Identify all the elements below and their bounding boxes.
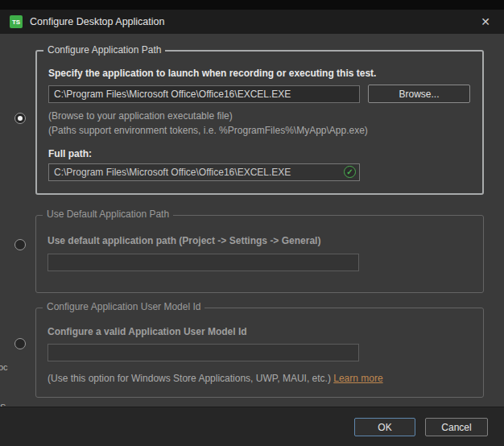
dialog-body: oc S Configure Application Path Specify … bbox=[0, 34, 504, 407]
user-model-id-instruction: Configure a valid Application User Model… bbox=[48, 326, 473, 337]
windows-store-hint: (Use this option for Windows Store Appli… bbox=[48, 373, 333, 384]
application-path-input[interactable] bbox=[48, 85, 360, 103]
close-icon[interactable]: ✕ bbox=[477, 13, 494, 31]
default-path-instruction: Use default application path (Project ->… bbox=[48, 235, 473, 246]
radio-configure-application-user-model-id[interactable] bbox=[14, 338, 26, 349]
radio-configure-application-path[interactable] bbox=[14, 113, 26, 124]
group-configure-application-user-model-id: Configure Application User Model Id Conf… bbox=[35, 308, 484, 398]
group-use-default-application-path: Use Default Application Path Use default… bbox=[35, 215, 484, 293]
browse-hint: (Browse to your application executable f… bbox=[48, 110, 473, 122]
group-title-configure-application-path: Configure Application Path bbox=[43, 44, 165, 56]
dialog-title: Configure Desktop Application bbox=[30, 16, 469, 27]
environment-tokens-hint: (Paths support environment tokens, i.e. … bbox=[48, 125, 473, 136]
radio-use-default-application-path[interactable] bbox=[14, 239, 26, 250]
ok-button[interactable]: OK bbox=[354, 418, 415, 436]
application-path-instruction: Specify the application to launch when r… bbox=[48, 68, 473, 79]
learn-more-link[interactable]: Learn more bbox=[333, 373, 382, 384]
cancel-button[interactable]: Cancel bbox=[425, 418, 488, 436]
background-text-fragment: oc bbox=[0, 362, 8, 372]
browse-button[interactable]: Browse... bbox=[368, 85, 470, 103]
valid-check-icon: ✓ bbox=[344, 166, 356, 178]
group-title-use-default-application-path: Use Default Application Path bbox=[43, 209, 173, 220]
dialog-footer: OK Cancel bbox=[0, 407, 504, 446]
window-top-strip bbox=[0, 0, 504, 10]
user-model-id-input[interactable] bbox=[48, 344, 359, 361]
dialog-titlebar: TS Configure Desktop Application ✕ bbox=[0, 10, 504, 34]
full-path-label: Full path: bbox=[48, 148, 473, 159]
group-configure-application-path: Configure Application Path Specify the a… bbox=[35, 50, 484, 195]
test-studio-app-icon: TS bbox=[10, 15, 23, 28]
full-path-readonly-field bbox=[48, 163, 360, 181]
default-path-input[interactable] bbox=[48, 254, 359, 271]
configure-desktop-application-dialog: TS Configure Desktop Application ✕ oc S … bbox=[0, 0, 504, 446]
group-title-configure-application-user-model-id: Configure Application User Model Id bbox=[43, 301, 204, 312]
